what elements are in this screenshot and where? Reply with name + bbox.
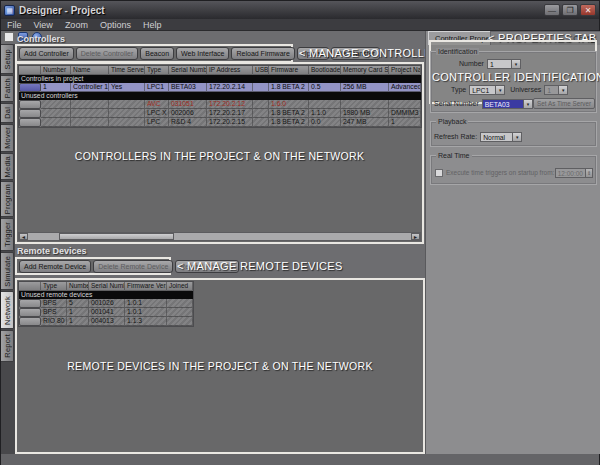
annotation-controllers-area: CONTROLLERS IN THE PROJECT & ON THE NETW… (17, 150, 422, 162)
controllers-table-header: Number Name Time Server Type Serial Numb… (19, 66, 421, 75)
tab-patch[interactable]: Patch (1, 75, 14, 102)
row-select-button[interactable] (19, 83, 41, 92)
real-time-group: Real Time Execute time triggers on start… (430, 155, 597, 185)
controller-row-lpc[interactable]: LPC R&D 4 172.20.2.15 1.8 BETA 2 0.0 247… (19, 118, 421, 127)
window-bottom-strip (1, 454, 599, 465)
spinner-icon: ⇕ (585, 169, 592, 177)
tab-program[interactable]: Program (1, 181, 14, 217)
number-dropdown[interactable]: 1 ▾ (487, 59, 521, 69)
title-bar: ▦ Designer - Project — ❐ ✕ (1, 1, 599, 19)
tab-dal[interactable]: Dal (1, 103, 14, 123)
remote-row-bps5[interactable]: BPS 5 001026 1.0.1 (19, 299, 193, 308)
mode-tab-strip: Setup Patch Dal Mover Media Program Trig… (1, 44, 15, 454)
group-unused-controllers: Unused controllers (19, 92, 421, 100)
app-icon: ▦ (4, 5, 15, 16)
new-project-icon[interactable] (4, 32, 14, 42)
chevron-down-icon: ▾ (523, 100, 532, 108)
properties-panel: Controller Properties Config < PROPERTIE… (425, 31, 600, 454)
type-label: Type (451, 86, 466, 93)
window-title: Designer - Project (19, 5, 105, 16)
controllers-horizontal-scrollbar[interactable]: ◄ ► (18, 232, 421, 241)
tab-report[interactable]: Report (1, 330, 14, 362)
controller-row-lpcx[interactable]: LPC X 002006 172.20.2.17 1.8 BETA 2 1.1.… (19, 109, 421, 118)
remote-table-header: Type Number Serial Number Firmware Versi… (19, 282, 193, 291)
serial-number-label: Serial Number (434, 100, 479, 107)
add-controller-button[interactable]: Add Controller (19, 47, 74, 60)
delete-controller-button[interactable]: Delete Controller (76, 47, 139, 60)
scroll-right-arrow-icon[interactable]: ► (411, 233, 420, 240)
chevron-down-icon: ▾ (558, 86, 567, 94)
menu-options[interactable]: Options (94, 19, 137, 31)
menu-help[interactable]: Help (137, 19, 168, 31)
type-dropdown[interactable]: LPC1 ▾ (469, 85, 505, 95)
chevron-down-icon: ▾ (495, 86, 504, 94)
tab-mover[interactable]: Mover (1, 124, 14, 152)
universes-dropdown: 1 ▾ (544, 85, 568, 95)
row-select-button[interactable] (19, 118, 41, 127)
row-select-button[interactable] (19, 100, 41, 109)
scrollbar-track[interactable] (28, 233, 411, 240)
scrollbar-thumb[interactable] (59, 233, 174, 240)
chevron-down-icon: ▾ (511, 60, 520, 68)
row-select-button[interactable] (19, 109, 41, 118)
controllers-button-group: Add Controller Delete Controller Beacon … (15, 44, 293, 63)
time-triggers-label: Execute time triggers on startup from: (446, 169, 554, 176)
tab-setup[interactable]: Setup (1, 44, 14, 74)
menu-view[interactable]: View (28, 19, 59, 31)
minimize-button[interactable]: — (544, 4, 560, 16)
remote-devices-area: Type Number Serial Number Firmware Versi… (15, 278, 425, 454)
annotation-remote-area: REMOTE DEVICES IN THE PROJECT & ON THE N… (17, 360, 423, 372)
universes-label: Universes (510, 86, 541, 93)
tab-network[interactable]: Network (1, 291, 14, 329)
tab-trigger[interactable]: Trigger (1, 218, 14, 251)
web-interface-button[interactable]: Web Interface (176, 47, 229, 60)
menu-file[interactable]: File (1, 19, 28, 31)
restore-button[interactable]: ❐ (562, 4, 578, 16)
row-select-button[interactable] (19, 317, 41, 326)
app-window: ▦ Designer - Project — ❐ ✕ File View Zoo… (0, 0, 600, 465)
menu-bar: File View Zoom Options Help (1, 19, 599, 31)
remote-row-bps1[interactable]: BPS 1 001041 1.0.1 (19, 308, 193, 317)
remote-devices-section-title: Remote Devices (17, 246, 87, 256)
remote-row-rio80[interactable]: RIO 80 1 004013 1.1.3 (19, 317, 193, 326)
menu-zoom[interactable]: Zoom (59, 19, 94, 31)
controllers-section-title: Controllers (17, 34, 65, 44)
row-select-button[interactable] (19, 308, 41, 317)
reload-firmware-button[interactable]: Reload Firmware (231, 47, 294, 60)
chevron-down-icon: ▾ (512, 133, 521, 141)
annotation-controller-identification: CONTROLLER IDENTIFICATION (432, 71, 600, 83)
group-unused-remote-devices: Unused remote devices (19, 291, 193, 299)
refresh-rate-dropdown[interactable]: Normal ▾ (480, 132, 522, 142)
tab-simulate[interactable]: Simulate (1, 252, 14, 290)
controller-row-selected[interactable]: 1 Controller 1 Yes LPC1 BETA03 172.20.2.… (19, 83, 421, 92)
beacon-button[interactable]: Beacon (140, 47, 174, 60)
remote-devices-button-group: Add Remote Device Delete Remote Device R… (15, 257, 171, 275)
remote-devices-table: Type Number Serial Number Firmware Versi… (18, 281, 194, 327)
refresh-rate-label: Refresh Rate: (434, 133, 477, 140)
annotation-manage-remote: < MANAGE REMOTE DEVICES (177, 260, 343, 272)
controllers-area: Number Name Time Server Type Serial Numb… (15, 62, 424, 244)
network-view: Controllers Add Controller Delete Contro… (15, 32, 425, 454)
set-as-time-server-button[interactable]: Set As Time Server (533, 98, 595, 109)
tab-media[interactable]: Media (1, 153, 14, 180)
close-button[interactable]: ✕ (580, 4, 596, 16)
scroll-left-arrow-icon[interactable]: ◄ (19, 233, 28, 240)
controller-row-avc[interactable]: AVC 031051 172.20.2.12 1.6.0 (19, 100, 421, 109)
number-label: Number (459, 60, 484, 67)
playback-group: Playback Refresh Rate: Normal ▾ (430, 121, 597, 147)
serial-number-dropdown[interactable]: BETA03 ▾ (482, 99, 533, 109)
controllers-table: Number Name Time Server Type Serial Numb… (18, 65, 422, 128)
group-controllers-in-project: Controllers in project (19, 75, 421, 83)
time-triggers-checkbox[interactable] (435, 169, 443, 177)
row-select-button[interactable] (19, 299, 41, 308)
add-remote-device-button[interactable]: Add Remote Device (19, 260, 91, 273)
delete-remote-device-button[interactable]: Delete Remote Device (93, 260, 173, 273)
startup-time-field: 12:00:00 ⇕ (555, 168, 593, 178)
